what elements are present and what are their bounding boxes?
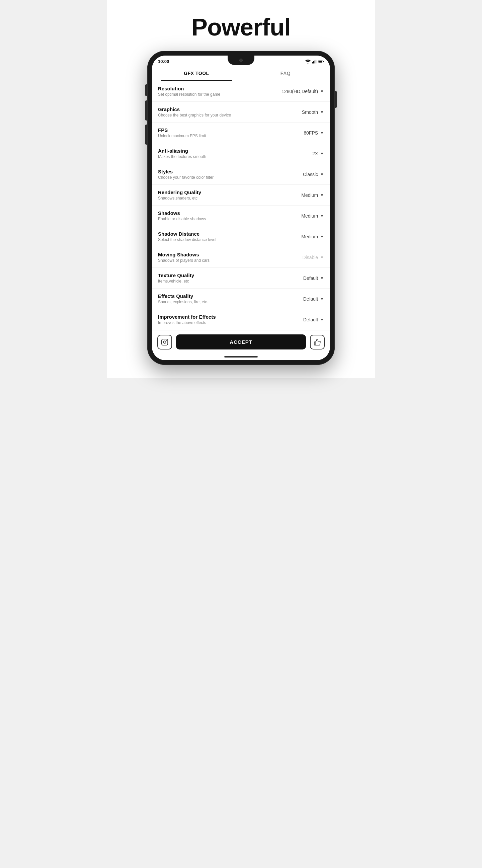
setting-title-rendering-quality: Rendering Quality	[158, 189, 287, 195]
tabs-bar: GFX TOOL FAQ	[152, 66, 330, 81]
tab-faq[interactable]: FAQ	[241, 66, 330, 81]
setting-control-rendering-quality[interactable]: Medium▼	[287, 192, 324, 198]
mute-button	[145, 84, 147, 96]
setting-control-fps[interactable]: 60FPS▼	[287, 130, 324, 135]
setting-control-anti-aliasing[interactable]: 2X▼	[287, 151, 324, 156]
setting-desc-resolution: Set optimal resolution for the game	[158, 92, 282, 97]
setting-value-effects-quality: Default	[303, 296, 318, 302]
hero-title: Powerful	[191, 0, 291, 51]
setting-title-texture-quality: Texture Quality	[158, 273, 287, 278]
setting-value-texture-quality: Default	[303, 276, 318, 281]
setting-desc-shadows: Enable or disable shadows	[158, 217, 287, 221]
instagram-button[interactable]	[157, 335, 172, 349]
phone-screen: 10:00	[152, 56, 330, 360]
setting-row-texture-quality[interactable]: Texture QualityItems,vehicle, etcDefault…	[152, 268, 330, 288]
svg-point-8	[163, 341, 166, 343]
setting-desc-graphics: Choose the best graphics for your device	[158, 113, 287, 118]
setting-title-improvement-effects: Improvement for Effects	[158, 314, 287, 320]
setting-value-rendering-quality: Medium	[301, 192, 318, 198]
setting-control-effects-quality[interactable]: Default▼	[287, 296, 324, 302]
setting-value-graphics: Smooth	[302, 110, 318, 115]
thumbs-up-icon	[314, 338, 321, 346]
dropdown-arrow-fps: ▼	[320, 130, 324, 135]
home-bar	[224, 356, 258, 358]
setting-info-rendering-quality: Rendering QualityShadows,shaders, etc	[158, 189, 287, 200]
setting-title-styles: Styles	[158, 169, 287, 175]
bottom-bar: ACCEPT	[152, 330, 330, 353]
svg-rect-2	[314, 60, 315, 63]
dropdown-arrow-anti-aliasing: ▼	[320, 151, 324, 156]
status-bar: 10:00	[152, 56, 330, 66]
dropdown-arrow-rendering-quality: ▼	[320, 193, 324, 197]
setting-info-effects-quality: Effects QualitySparks, explosions, fire,…	[158, 293, 287, 304]
setting-value-moving-shadows: Disable	[302, 255, 318, 260]
setting-desc-moving-shadows: Shadows of players and cars	[158, 258, 287, 263]
tab-gfx-tool[interactable]: GFX TOOL	[152, 66, 241, 81]
setting-control-graphics[interactable]: Smooth▼	[287, 110, 324, 115]
setting-desc-texture-quality: Items,vehicle, etc	[158, 279, 287, 283]
setting-info-moving-shadows: Moving ShadowsShadows of players and car…	[158, 252, 287, 263]
settings-list: ResolutionSet optimal resolution for the…	[152, 81, 330, 330]
setting-info-resolution: ResolutionSet optimal resolution for the…	[158, 86, 282, 97]
setting-desc-anti-aliasing: Makes the textures smooth	[158, 154, 287, 159]
setting-value-resolution: 1280(HD,Default)	[282, 89, 318, 94]
setting-control-improvement-effects[interactable]: Default▼	[287, 317, 324, 322]
dropdown-arrow-improvement-effects: ▼	[320, 317, 324, 322]
accept-button[interactable]: ACCEPT	[176, 334, 306, 349]
setting-row-rendering-quality[interactable]: Rendering QualityShadows,shaders, etcMed…	[152, 185, 330, 206]
setting-info-shadows: ShadowsEnable or disable shadows	[158, 210, 287, 221]
like-button[interactable]	[310, 335, 325, 349]
dropdown-arrow-texture-quality: ▼	[320, 276, 324, 281]
setting-desc-improvement-effects: Improves the above effects	[158, 320, 287, 325]
power-button	[335, 91, 337, 108]
setting-row-shadow-distance[interactable]: Shadow DistanceSelect the shadow distanc…	[152, 226, 330, 247]
setting-info-styles: StylesChoose your favorite color filter	[158, 169, 287, 180]
svg-rect-7	[162, 339, 168, 345]
setting-row-moving-shadows[interactable]: Moving ShadowsShadows of players and car…	[152, 247, 330, 268]
setting-row-resolution[interactable]: ResolutionSet optimal resolution for the…	[152, 81, 330, 102]
setting-title-fps: FPS	[158, 127, 287, 133]
setting-info-graphics: GraphicsChoose the best graphics for you…	[158, 106, 287, 118]
setting-title-moving-shadows: Moving Shadows	[158, 252, 287, 257]
setting-control-resolution[interactable]: 1280(HD,Default)▼	[282, 89, 324, 94]
dropdown-arrow-effects-quality: ▼	[320, 297, 324, 301]
phone-device: 10:00	[147, 51, 335, 365]
setting-row-shadows[interactable]: ShadowsEnable or disable shadowsMedium▼	[152, 206, 330, 226]
setting-control-moving-shadows[interactable]: Disable▼	[287, 255, 324, 260]
setting-row-improvement-effects[interactable]: Improvement for EffectsImproves the abov…	[152, 309, 330, 330]
status-icons	[305, 60, 324, 64]
setting-row-anti-aliasing[interactable]: Anti-aliasingMakes the textures smooth2X…	[152, 143, 330, 164]
setting-info-shadow-distance: Shadow DistanceSelect the shadow distanc…	[158, 231, 287, 242]
home-indicator	[152, 353, 330, 360]
dropdown-arrow-shadow-distance: ▼	[320, 234, 324, 239]
svg-rect-0	[312, 62, 313, 63]
volume-down-button	[145, 125, 147, 145]
setting-title-shadow-distance: Shadow Distance	[158, 231, 287, 237]
setting-value-styles: Classic	[303, 172, 318, 177]
camera	[239, 59, 243, 62]
signal-icon	[312, 60, 317, 64]
svg-rect-3	[316, 60, 317, 63]
setting-row-graphics[interactable]: GraphicsChoose the best graphics for you…	[152, 102, 330, 123]
notch	[228, 56, 254, 65]
setting-info-texture-quality: Texture QualityItems,vehicle, etc	[158, 273, 287, 283]
dropdown-arrow-graphics: ▼	[320, 110, 324, 115]
setting-control-texture-quality[interactable]: Default▼	[287, 276, 324, 281]
setting-title-graphics: Graphics	[158, 106, 287, 112]
setting-row-styles[interactable]: StylesChoose your favorite color filterC…	[152, 164, 330, 185]
setting-value-fps: 60FPS	[303, 130, 318, 135]
svg-rect-1	[313, 61, 314, 63]
svg-rect-6	[318, 61, 322, 63]
page-wrapper: Powerful 10:00	[107, 0, 375, 378]
setting-control-shadows[interactable]: Medium▼	[287, 213, 324, 219]
setting-title-shadows: Shadows	[158, 210, 287, 216]
setting-control-styles[interactable]: Classic▼	[287, 172, 324, 177]
dropdown-arrow-shadows: ▼	[320, 214, 324, 218]
setting-row-fps[interactable]: FPSUnlock maximum FPS limit60FPS▼	[152, 123, 330, 143]
setting-desc-effects-quality: Sparks, explosions, fire, etc.	[158, 300, 287, 304]
setting-value-improvement-effects: Default	[303, 317, 318, 322]
setting-row-effects-quality[interactable]: Effects QualitySparks, explosions, fire,…	[152, 288, 330, 309]
setting-info-anti-aliasing: Anti-aliasingMakes the textures smooth	[158, 148, 287, 159]
setting-control-shadow-distance[interactable]: Medium▼	[287, 234, 324, 239]
dropdown-arrow-styles: ▼	[320, 172, 324, 177]
